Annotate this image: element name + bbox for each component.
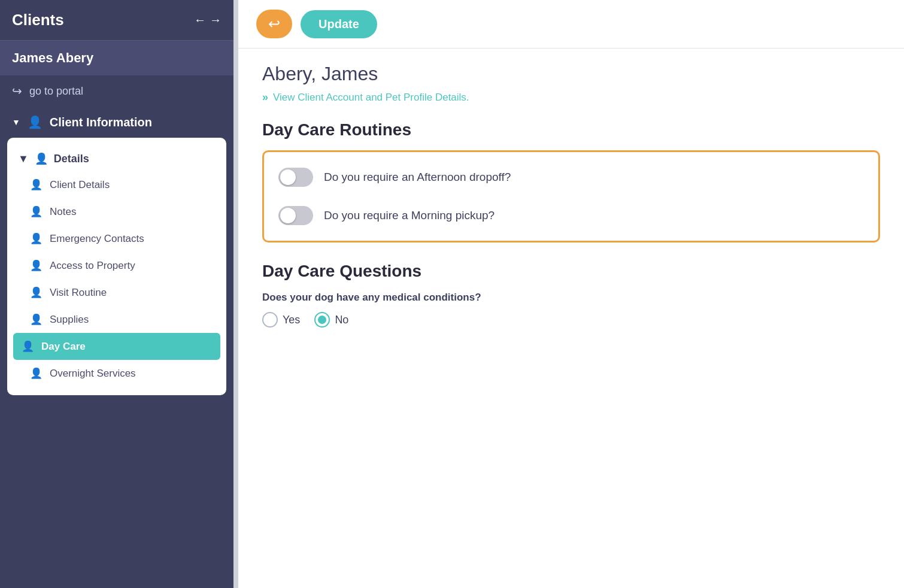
radio-yes-circle <box>262 312 278 328</box>
day-care-icon: 👤 <box>22 340 34 353</box>
details-person-icon: 👤 <box>35 152 48 165</box>
main-content: Abery, James » View Client Account and P… <box>238 49 904 588</box>
expand-icon: ▼ <box>12 117 20 127</box>
sidebar-go-to-portal[interactable]: ↪ go to portal <box>0 75 233 107</box>
back-button[interactable]: ↩ <box>256 10 292 38</box>
view-link-label: View Client Account and Pet Profile Deta… <box>273 92 469 104</box>
sidebar-header: Clients ← → <box>0 0 233 41</box>
afternoon-dropoff-toggle[interactable] <box>278 168 313 187</box>
day-care-questions-section: Day Care Questions Does your dog have an… <box>262 262 880 328</box>
morning-pickup-row: Do you require a Morning pickup? <box>276 196 866 235</box>
toggle-thumb <box>280 169 296 185</box>
client-display-name: Abery, James <box>262 63 880 85</box>
scrollbar-divider <box>233 0 238 588</box>
view-client-link[interactable]: » View Client Account and Pet Profile De… <box>262 91 880 104</box>
toggle-thumb-2 <box>280 208 296 223</box>
portal-arrow-icon: ↪ <box>12 84 22 98</box>
sidebar-title: Clients <box>12 11 64 29</box>
sidebar-item-access-to-property[interactable]: 👤 Access to Property <box>7 252 226 279</box>
sidebar-item-overnight-services[interactable]: 👤 Overnight Services <box>7 360 226 387</box>
medical-conditions-question: Does your dog have any medical condition… <box>262 292 880 304</box>
day-care-routines-box: Do you require an Afternoon dropoff? Do … <box>262 150 880 243</box>
day-care-questions-title: Day Care Questions <box>262 262 880 281</box>
main-content-area: ↩ Update Abery, James » View Client Acco… <box>238 0 904 588</box>
radio-no[interactable]: No <box>314 312 348 328</box>
overnight-services-icon: 👤 <box>30 367 43 380</box>
morning-pickup-label: Do you require a Morning pickup? <box>324 209 495 222</box>
radio-no-label: No <box>335 314 348 326</box>
update-button[interactable]: Update <box>301 10 377 38</box>
sidebar: Clients ← → James Abery ↪ go to portal ▼… <box>0 0 233 588</box>
back-arrow-icon: ↩ <box>268 16 280 32</box>
day-care-routines-title: Day Care Routines <box>262 120 880 140</box>
morning-pickup-toggle[interactable] <box>278 206 313 225</box>
sidebar-nav-arrows: ← → <box>194 13 222 27</box>
afternoon-dropoff-label: Do you require an Afternoon dropoff? <box>324 171 511 184</box>
radio-yes-label: Yes <box>283 314 300 326</box>
radio-yes[interactable]: Yes <box>262 312 300 328</box>
emergency-contacts-icon: 👤 <box>30 232 43 245</box>
person-icon: 👤 <box>28 115 43 129</box>
sidebar-item-visit-routine[interactable]: 👤 Visit Routine <box>7 279 226 306</box>
sidebar-client-name: James Abery <box>0 41 233 75</box>
sidebar-item-supplies[interactable]: 👤 Supplies <box>7 306 226 333</box>
chevron-right-icon: » <box>262 91 268 104</box>
notes-icon: 👤 <box>30 205 43 218</box>
afternoon-dropoff-row: Do you require an Afternoon dropoff? <box>276 158 866 196</box>
main-toolbar: ↩ Update <box>238 0 904 49</box>
radio-no-circle <box>314 312 330 328</box>
sidebar-item-notes[interactable]: 👤 Notes <box>7 198 226 225</box>
sidebar-item-day-care[interactable]: 👤 Day Care <box>13 333 220 360</box>
collapse-icon: ▼ <box>18 153 29 165</box>
sidebar-item-emergency-contacts[interactable]: 👤 Emergency Contacts <box>7 225 226 252</box>
client-details-icon: 👤 <box>30 178 43 191</box>
sidebar-details-header[interactable]: ▼ 👤 Details <box>7 146 226 171</box>
access-to-property-icon: 👤 <box>30 259 43 272</box>
nav-forward-arrow[interactable]: → <box>210 13 222 27</box>
sidebar-client-information[interactable]: ▼ 👤 Client Information <box>0 107 233 138</box>
radio-group-medical: Yes No <box>262 312 880 328</box>
sidebar-item-client-details[interactable]: 👤 Client Details <box>7 171 226 198</box>
supplies-icon: 👤 <box>30 313 43 326</box>
sidebar-card: ▼ 👤 Details 👤 Client Details 👤 Notes 👤 E… <box>7 138 226 395</box>
nav-back-arrow[interactable]: ← <box>194 13 206 27</box>
visit-routine-icon: 👤 <box>30 286 43 299</box>
